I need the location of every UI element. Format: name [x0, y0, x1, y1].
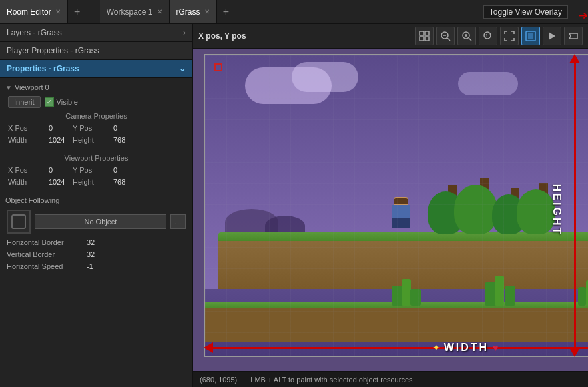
vp-width-value: 1024: [49, 178, 69, 186]
tab-workspace[interactable]: Workspace 1 ✕: [100, 0, 170, 23]
horizontal-border-label: Horizontal Border: [7, 238, 87, 246]
props-content: ▼ Viewport 0 Inherit ✓ Visible Camera Pr…: [0, 78, 192, 387]
viewport-triangle-icon: ▼: [5, 84, 12, 91]
svg-rect-4: [425, 37, 429, 41]
left-panel: Layers - rGrass › Player Properties - rG…: [0, 24, 193, 387]
divider2: [0, 191, 192, 191]
tab-add-right[interactable]: +: [217, 0, 236, 23]
grid-icon: [419, 31, 430, 41]
play-icon: [547, 31, 557, 41]
tab-rgrass-close[interactable]: ✕: [204, 8, 210, 15]
object-icon-svg: [11, 214, 27, 230]
visible-checkbox-row: ✓ Visible: [45, 97, 78, 107]
xpos-ypos-label: X pos, Y pos: [198, 31, 246, 41]
tab-workspace-label: Workspace 1: [107, 7, 153, 17]
cam-width-value: 1024: [49, 136, 69, 144]
tab-workspace-close[interactable]: ✕: [157, 8, 162, 15]
visible-label: Visible: [57, 98, 78, 106]
player-props-row[interactable]: Player Properties - rGrass: [0, 42, 192, 60]
svg-rect-1: [420, 31, 424, 35]
height-label: HEIGHT: [551, 184, 563, 236]
tab-rgrass[interactable]: rGrass ✕: [170, 0, 217, 23]
fullscreen-button[interactable]: [500, 27, 519, 45]
object-following-row: No Object ...: [0, 207, 192, 236]
player-props-label: Player Properties - rGrass: [7, 46, 99, 55]
pixel-icon: [525, 31, 536, 41]
layers-label: Layers - rGrass: [7, 28, 62, 37]
svg-rect-0: [12, 215, 25, 228]
dots-button[interactable]: ...: [170, 214, 186, 229]
cam-height-label: Height: [73, 136, 109, 144]
width-label: WIDTH: [444, 342, 489, 354]
tab-room-editor-label: Room Editor: [7, 7, 51, 17]
viewport-props-label: Viewport Properties: [65, 154, 129, 162]
horizontal-speed-row: Horizontal Speed -1: [0, 260, 192, 272]
zoom-fit-icon: 1:1: [483, 31, 493, 41]
vp-height-label: Height: [73, 178, 109, 186]
object-following-section: Object Following: [0, 194, 192, 207]
svg-rect-15: [528, 33, 533, 39]
no-object-button[interactable]: No Object: [35, 214, 166, 229]
zoom-in-button[interactable]: [457, 27, 476, 45]
horizontal-speed-value: -1: [87, 262, 93, 270]
vp-ypos-label: Y Pos: [73, 166, 109, 174]
horizontal-speed-label: Horizontal Speed: [7, 262, 87, 270]
grid-button[interactable]: [415, 27, 434, 45]
pixel-button[interactable]: [521, 27, 540, 45]
cloud2: [292, 62, 358, 92]
viewport-section: ▼ Viewport 0: [0, 81, 192, 94]
stop-icon: [568, 31, 579, 41]
camera-props-label: Camera Properties: [65, 112, 127, 120]
tab-add-left[interactable]: +: [68, 0, 87, 23]
coords-label: (680, 1095): [200, 376, 237, 384]
svg-line-7: [447, 38, 450, 41]
layers-chevron-icon: ›: [183, 28, 186, 37]
cam-ypos-value: 0: [113, 124, 133, 132]
properties-label: Properties - rGrass: [7, 64, 79, 73]
object-following-label: Object Following: [5, 196, 59, 204]
tab-rgrass-label: rGrass: [176, 7, 200, 17]
character: [388, 197, 414, 234]
cloud3: [458, 72, 518, 95]
properties-chevron-icon: ⌄: [179, 64, 186, 73]
svg-rect-3: [420, 37, 424, 41]
stop-button[interactable]: [564, 27, 583, 45]
layers-row[interactable]: Layers - rGrass ›: [0, 24, 192, 42]
properties-header[interactable]: Properties - rGrass ⌄: [0, 60, 192, 78]
grass2: [402, 279, 411, 306]
horizontal-border-value: 32: [87, 238, 95, 246]
inherit-visible-row: Inherit ✓ Visible: [0, 94, 192, 110]
divider1: [0, 149, 192, 149]
tab-room-editor[interactable]: Room Editor ✕: [0, 0, 68, 23]
arrow-line-horizontal: [213, 347, 588, 349]
cam-height-value: 768: [113, 136, 133, 144]
tab-room-editor-close[interactable]: ✕: [55, 8, 61, 15]
svg-marker-17: [569, 33, 577, 39]
vp-size-row: Width 1024 Height 768: [0, 176, 192, 188]
vp-xpos-label: X Pos: [8, 166, 45, 174]
inherit-button[interactable]: Inherit: [8, 96, 41, 108]
vertical-border-label: Vertical Border: [7, 250, 87, 258]
zoom-out-icon: [440, 31, 451, 41]
cam-xpos-label: X Pos: [8, 124, 45, 132]
toggle-overlay-label: Toggle View Overlay: [483, 5, 568, 19]
horizontal-border-row: Horizontal Border 32: [0, 236, 192, 248]
svg-marker-16: [549, 32, 555, 40]
main-layout: Layers - rGrass › Player Properties - rG…: [0, 24, 588, 387]
play-button[interactable]: [543, 27, 561, 45]
fullscreen-icon: [504, 31, 515, 41]
cam-size-row: Width 1024 Height 768: [0, 134, 192, 146]
arrow-head-up-icon: [569, 54, 580, 63]
vp-xpos-value: 0: [49, 166, 69, 174]
zoom-out-button[interactable]: [436, 27, 455, 45]
visible-checkbox[interactable]: ✓: [45, 97, 54, 107]
cam-xpos-value: 0: [49, 124, 69, 132]
game-canvas: [204, 54, 588, 357]
zoom-fit-button[interactable]: 1:1: [479, 27, 497, 45]
canvas-area[interactable]: HEIGHT ✦ WIDTH ♥: [193, 49, 588, 371]
hint-label: LMB + ALT to paint with selected object …: [250, 376, 412, 384]
vertical-border-value: 32: [87, 250, 95, 258]
cam-width-label: Width: [8, 136, 45, 144]
height-arrow-container: [565, 54, 585, 357]
svg-line-11: [469, 38, 471, 41]
